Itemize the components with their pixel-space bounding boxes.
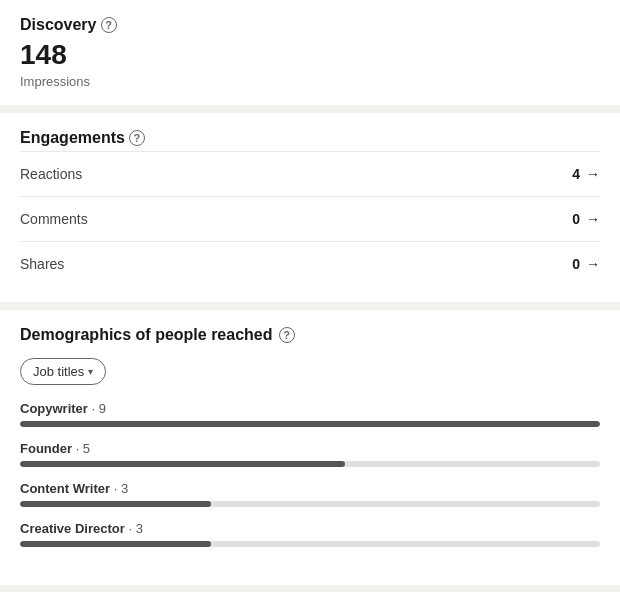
bar-item: Founder · 5 <box>20 441 600 467</box>
filter-label-text: Job titles <box>33 364 84 379</box>
job-count: · 3 <box>128 521 142 536</box>
job-count: · 5 <box>76 441 90 456</box>
engagement-arrow-icon: → <box>586 256 600 272</box>
bar-fill <box>20 461 345 467</box>
bar-track <box>20 461 600 467</box>
bar-fill <box>20 541 211 547</box>
demographics-help-icon[interactable]: ? <box>279 327 295 343</box>
job-titles-filter-button[interactable]: Job titles ▾ <box>20 358 106 385</box>
engagement-value[interactable]: 4 → <box>572 166 600 182</box>
bar-item: Creative Director · 3 <box>20 521 600 547</box>
impressions-count: 148 <box>20 38 600 72</box>
bar-label: Content Writer · 3 <box>20 481 600 496</box>
bar-track <box>20 421 600 427</box>
engagement-value[interactable]: 0 → <box>572 256 600 272</box>
job-name: Content Writer <box>20 481 110 496</box>
job-name: Creative Director <box>20 521 125 536</box>
discovery-title: Discovery ? <box>20 16 600 34</box>
demographics-section: Demographics of people reached ? Job tit… <box>0 310 620 585</box>
impressions-label: Impressions <box>20 74 600 89</box>
job-name: Copywriter <box>20 401 88 416</box>
bar-label: Founder · 5 <box>20 441 600 456</box>
filter-chevron-icon: ▾ <box>88 366 93 377</box>
job-name: Founder <box>20 441 72 456</box>
bar-track <box>20 541 600 547</box>
engagements-title-text: Engagements <box>20 129 125 147</box>
engagements-section: Engagements ? Reactions 4 → Comments 0 →… <box>0 113 620 302</box>
bar-item: Content Writer · 3 <box>20 481 600 507</box>
discovery-title-text: Discovery <box>20 16 97 34</box>
engagement-row: Shares 0 → <box>20 241 600 286</box>
bar-label: Copywriter · 9 <box>20 401 600 416</box>
bar-item: Copywriter · 9 <box>20 401 600 427</box>
engagements-help-icon[interactable]: ? <box>129 130 145 146</box>
engagement-arrow-icon: → <box>586 166 600 182</box>
engagement-label: Reactions <box>20 166 82 182</box>
engagement-label: Comments <box>20 211 88 227</box>
engagement-arrow-icon: → <box>586 211 600 227</box>
demographics-title: Demographics of people reached ? <box>20 326 600 344</box>
engagement-label: Shares <box>20 256 64 272</box>
job-count: · 9 <box>92 401 106 416</box>
bar-label: Creative Director · 3 <box>20 521 600 536</box>
engagements-title: Engagements ? <box>20 129 600 147</box>
engagement-row: Comments 0 → <box>20 196 600 241</box>
job-count: · 3 <box>114 481 128 496</box>
bar-fill <box>20 501 211 507</box>
discovery-help-icon[interactable]: ? <box>101 17 117 33</box>
demographics-title-text: Demographics of people reached <box>20 326 273 344</box>
engagement-row: Reactions 4 → <box>20 151 600 196</box>
bar-track <box>20 501 600 507</box>
engagement-value[interactable]: 0 → <box>572 211 600 227</box>
bar-fill <box>20 421 600 427</box>
discovery-section: Discovery ? 148 Impressions <box>0 0 620 105</box>
